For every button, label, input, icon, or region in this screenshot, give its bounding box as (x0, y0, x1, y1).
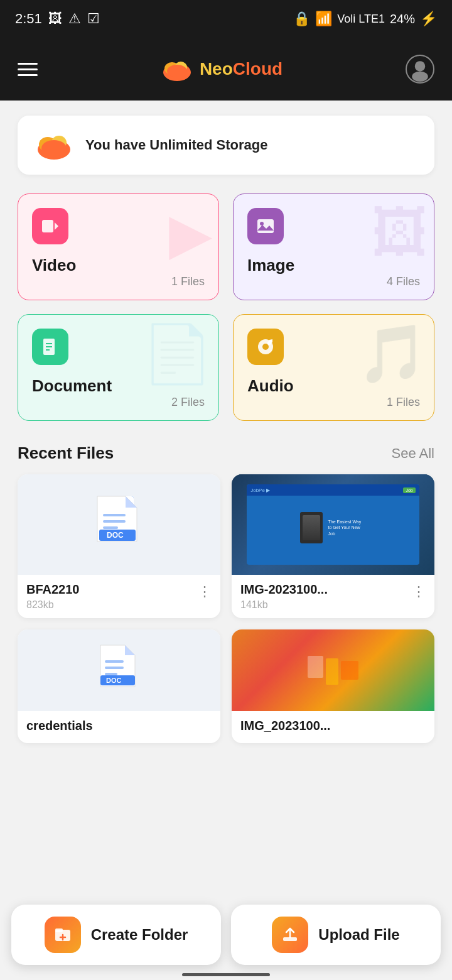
audio-card-icon (247, 329, 284, 365)
check-icon: ☑ (87, 11, 100, 27)
file-thumb-bfa2210: DOC (18, 474, 220, 575)
document-count: 2 Files (32, 396, 205, 409)
file-size-bfa2210: 823kb (26, 599, 80, 611)
battery-charging-icon: ⚡ (420, 11, 437, 27)
doc-icon-bfa2210: DOC (94, 495, 144, 555)
svg-point-3 (167, 65, 187, 77)
svg-marker-11 (55, 222, 58, 230)
svg-rect-10 (42, 220, 53, 232)
video-count: 1 Files (32, 275, 205, 288)
menu-button[interactable] (18, 63, 38, 76)
svg-rect-36 (55, 928, 63, 932)
create-folder-icon (45, 917, 81, 953)
recent-files-header: Recent Files See All (18, 444, 434, 463)
svg-rect-31 (105, 667, 124, 669)
warning-icon: ⚠ (68, 11, 81, 27)
file-thumb-credentials: DOC (18, 629, 220, 711)
main-content: You have Unlimited Storage ▶ Video 1 Fil… (0, 101, 452, 869)
file-info-bfa2210: BFA2210 823kb ⋮ (18, 575, 220, 618)
storage-banner-text: You have Unlimited Storage (85, 137, 268, 153)
home-indicator (182, 973, 270, 976)
file-info-img2023100: IMG-2023100... 141kb ⋮ (232, 575, 434, 618)
more-menu-img2023100[interactable]: ⋮ (412, 584, 426, 600)
logo-container: NeoCloud (161, 56, 282, 82)
files-grid: DOC BFA2210 823kb ⋮ JobPe ▶ J (18, 474, 434, 743)
file-card-credentials[interactable]: DOC credentials (18, 629, 220, 743)
file-size-img2023100: 141kb (240, 599, 328, 611)
file-info-img2023100b: IMG_2023100... (232, 711, 434, 743)
audio-bg-icon: 🎵 (357, 321, 428, 387)
svg-point-20 (262, 344, 269, 350)
user-avatar[interactable] (406, 55, 434, 84)
cloud-logo-icon (161, 56, 193, 82)
file-thumb-img2023100: JobPe ▶ Job The Easiest Way to Get Your … (232, 474, 434, 575)
svg-text:DOC: DOC (106, 677, 122, 684)
bottom-action-bar: Create Folder Upload File (0, 905, 452, 980)
battery-lock-icon: 🔒 (293, 11, 310, 27)
storage-banner: You have Unlimited Storage (18, 116, 434, 175)
category-card-document[interactable]: 📄 Document 2 Files (18, 314, 219, 421)
category-grid: ▶ Video 1 Files 🖼 Image 4 Files (18, 193, 434, 421)
upload-file-label: Upload File (318, 926, 399, 944)
svg-rect-26 (103, 520, 126, 523)
file-thumb-img2023100b (232, 629, 434, 711)
document-bg-icon: 📄 (142, 321, 212, 387)
video-bg-icon: ▶ (169, 200, 212, 266)
svg-text:DOC: DOC (107, 531, 124, 540)
create-folder-button[interactable]: Create Folder (11, 905, 221, 965)
upload-file-icon (272, 917, 308, 953)
status-time: 2:51 (15, 11, 42, 27)
more-menu-bfa2210[interactable]: ⋮ (198, 584, 212, 600)
image-count: 4 Files (247, 275, 420, 288)
upload-file-button[interactable]: Upload File (231, 905, 441, 965)
file-name-bfa2210: BFA2210 (26, 582, 80, 597)
svg-rect-27 (103, 526, 118, 529)
svg-point-5 (412, 72, 428, 82)
category-card-image[interactable]: 🖼 Image 4 Files (233, 193, 434, 300)
category-card-video[interactable]: ▶ Video 1 Files (18, 193, 219, 300)
svg-rect-12 (257, 219, 274, 233)
svg-rect-25 (103, 514, 126, 516)
audio-count: 1 Files (247, 396, 420, 409)
image-bg-icon: 🖼 (371, 200, 428, 265)
document-card-icon (32, 329, 68, 365)
video-card-icon (32, 208, 68, 244)
svg-point-9 (41, 140, 67, 156)
gallery-icon: 🖼 (48, 11, 62, 27)
file-card-img2023100b[interactable]: IMG_2023100... (232, 629, 434, 743)
file-name-img2023100: IMG-2023100... (240, 582, 328, 597)
doc-icon-credentials: DOC (97, 644, 141, 697)
svg-rect-30 (105, 660, 124, 663)
category-card-audio[interactable]: 🎵 Audio 1 Files (233, 314, 434, 421)
recent-files-title: Recent Files (18, 444, 114, 463)
status-right: 🔒 📶 Voli LTE1 24% ⚡ (293, 11, 437, 27)
logo-text: NeoCloud (200, 59, 282, 79)
storage-cloud-icon (35, 129, 73, 161)
image-card-icon (247, 208, 284, 244)
file-name-img2023100b: IMG_2023100... (240, 719, 330, 733)
svg-point-4 (415, 61, 425, 71)
file-info-credentials: credentials (18, 711, 220, 743)
svg-rect-32 (105, 673, 117, 675)
file-name-credentials: credentials (26, 719, 93, 733)
signal-icon: Voli LTE1 (337, 13, 385, 26)
file-card-img2023100[interactable]: JobPe ▶ Job The Easiest Way to Get Your … (232, 474, 434, 618)
file-card-bfa2210[interactable]: DOC BFA2210 823kb ⋮ (18, 474, 220, 618)
svg-point-13 (260, 222, 264, 226)
top-navigation: NeoCloud (0, 38, 452, 101)
create-folder-label: Create Folder (91, 926, 188, 944)
status-left: 2:51 🖼 ⚠ ☑ (15, 11, 100, 27)
status-bar: 2:51 🖼 ⚠ ☑ 🔒 📶 Voli LTE1 24% ⚡ (0, 0, 452, 38)
battery-percent: 24% (390, 12, 415, 26)
wifi-icon: 📶 (315, 11, 332, 27)
see-all-button[interactable]: See All (392, 445, 435, 462)
